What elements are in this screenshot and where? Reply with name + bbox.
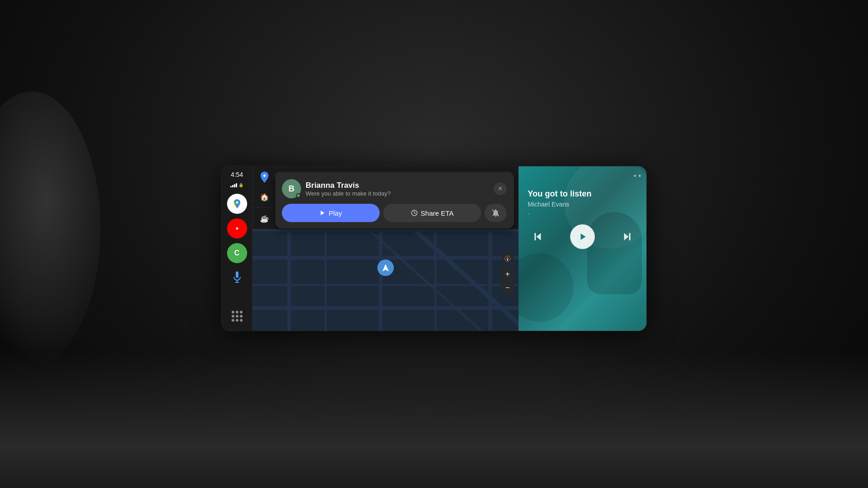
grid-dots-icon [232, 311, 243, 322]
contact-avatar: B [282, 179, 301, 198]
compass-icon [504, 255, 511, 262]
notification-text: Brianna Travis Were you able to make it … [306, 181, 489, 197]
sidebar-item-youtube[interactable] [227, 218, 247, 239]
play-pause-button[interactable] [570, 224, 595, 249]
youtube-icon [233, 224, 242, 233]
online-badge [296, 193, 301, 198]
grid-dot [240, 319, 243, 322]
grid-dot [236, 311, 238, 313]
sidebar-item-phone[interactable]: C [227, 243, 247, 263]
maps-icon [232, 198, 243, 209]
sidebar: 4:54 🔒 C [222, 166, 253, 331]
clock-icon [411, 209, 418, 217]
notification-header: B Brianna Travis Were you able to make i… [282, 179, 507, 198]
coffee-icon: ☕ [258, 212, 271, 225]
lock-icon: 🔒 [238, 183, 243, 187]
map-content: Se... 🏠 Home 18 mi ☕ Starbucks 23 min • … [253, 166, 519, 331]
svg-rect-32 [629, 233, 630, 240]
zoom-in-icon: + [505, 270, 509, 278]
music-info: You got to listen Michael Evans - [519, 166, 646, 331]
music-controls [528, 224, 637, 249]
current-location-arrow [377, 260, 394, 276]
close-notification-button[interactable]: × [494, 182, 507, 195]
app-grid-button[interactable] [227, 306, 247, 326]
svg-marker-28 [536, 233, 541, 240]
previous-track-button[interactable] [528, 227, 548, 247]
play-pause-icon [577, 231, 588, 242]
contact-name: Brianna Travis [306, 181, 489, 190]
grid-dot [236, 319, 238, 322]
signal-bar-3 [234, 184, 235, 187]
status-bar: 🔒 [230, 183, 243, 187]
grid-dot [232, 311, 234, 313]
phone-label: C [234, 249, 240, 257]
signal-bar-2 [232, 185, 233, 187]
zoom-out-icon: − [505, 284, 509, 292]
share-eta-label: Share ETA [421, 209, 454, 217]
microphone-button[interactable] [227, 267, 247, 287]
svg-marker-21 [507, 256, 508, 259]
svg-marker-1 [236, 227, 238, 230]
svg-point-18 [263, 175, 265, 177]
android-auto-screen: 4:54 🔒 C [222, 166, 646, 331]
zoom-out-button[interactable]: − [501, 281, 514, 294]
svg-line-26 [414, 213, 416, 214]
mute-button[interactable] [485, 204, 507, 222]
svg-rect-29 [535, 233, 536, 240]
compass-button[interactable] [501, 252, 514, 265]
notification-popup: B Brianna Travis Were you able to make i… [275, 173, 514, 228]
svg-marker-19 [382, 264, 389, 271]
avatar-initial: B [289, 184, 295, 194]
map-controls: + − [501, 252, 514, 294]
mic-icon [233, 271, 242, 283]
svg-rect-2 [236, 271, 238, 278]
next-track-button[interactable] [617, 227, 637, 247]
grid-dot [236, 315, 238, 318]
close-icon: × [498, 185, 502, 193]
grid-dot [232, 319, 234, 322]
zoom-in-button[interactable]: + [501, 268, 514, 281]
bell-mute-icon [491, 208, 500, 217]
share-eta-button[interactable]: Share ETA [383, 204, 481, 222]
arrow-icon [381, 263, 390, 272]
notification-message: Were you able to make it today? [306, 190, 489, 197]
next-icon [622, 231, 633, 242]
track-artist: Michael Evans [528, 201, 637, 208]
play-button[interactable]: Play [282, 204, 380, 222]
play-icon [319, 210, 326, 216]
svg-marker-30 [581, 233, 586, 240]
signal-bar-1 [230, 186, 232, 187]
svg-marker-31 [624, 233, 629, 240]
play-label: Play [328, 209, 342, 217]
notification-actions: Play Share ETA [282, 204, 507, 222]
track-title: You got to listen [528, 189, 637, 199]
svg-marker-23 [321, 211, 324, 215]
home-icon: 🏠 [258, 191, 271, 203]
svg-marker-22 [507, 259, 508, 261]
clock: 4:54 [231, 171, 243, 178]
music-panel: • • You got to listen Michael Evans - [519, 166, 646, 331]
grid-dot [240, 311, 243, 313]
track-progress: - [528, 211, 637, 217]
signal-bar-4 [236, 183, 237, 187]
prev-icon [532, 231, 543, 242]
grid-dot [232, 315, 234, 318]
grid-dot [240, 315, 243, 318]
signal-icon [230, 183, 237, 187]
maps-nav-icon [258, 170, 271, 183]
sidebar-item-maps[interactable] [227, 194, 247, 214]
svg-point-0 [236, 202, 238, 204]
